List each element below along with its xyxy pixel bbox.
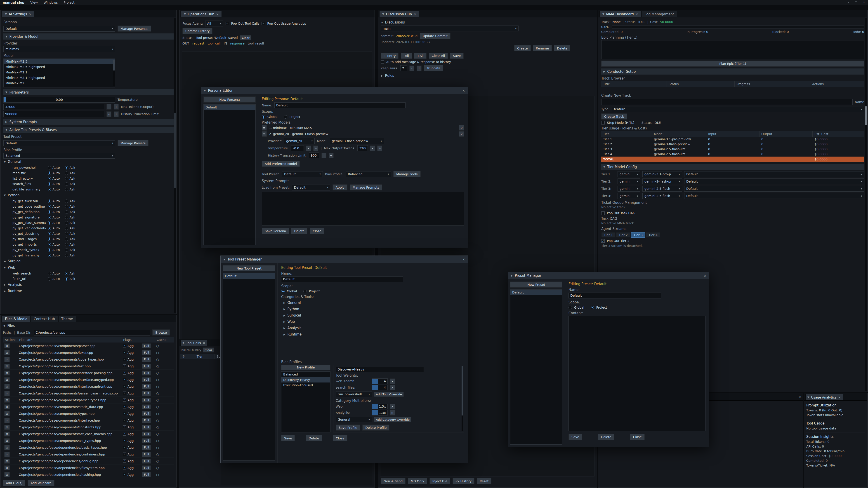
close-button[interactable]: Close xyxy=(333,435,347,441)
full-button[interactable]: Full xyxy=(142,370,151,376)
full-button[interactable]: Full xyxy=(142,344,151,348)
auto-radio[interactable] xyxy=(48,277,51,281)
close-tab-icon[interactable]: × xyxy=(636,12,638,16)
save-button[interactable]: Save xyxy=(568,434,582,440)
remove-file-button[interactable]: x xyxy=(4,425,10,430)
full-button[interactable]: Full xyxy=(142,425,151,430)
cache-indicator[interactable]: ○ xyxy=(155,398,174,402)
scrollbar[interactable] xyxy=(865,18,867,391)
update-commit-button[interactable]: Update Commit xyxy=(420,33,451,39)
close-dialog-icon[interactable]: × xyxy=(462,258,465,261)
system-prompts-header[interactable]: ▶ System Prompts xyxy=(3,119,174,125)
remove-file-button[interactable]: x xyxy=(4,431,10,436)
tier-provider-select[interactable]: gemini ▾ xyxy=(618,171,640,177)
persona-list-item[interactable]: Default xyxy=(204,105,255,110)
category-node[interactable]: ▶ Surgical xyxy=(281,312,464,319)
history-truncation-input[interactable] xyxy=(309,153,319,158)
decrement-button[interactable]: - xyxy=(321,153,327,158)
increment-button[interactable]: + xyxy=(416,66,422,71)
auto-radio[interactable] xyxy=(48,171,51,175)
ask-radio[interactable] xyxy=(65,216,68,219)
manage-personas-button[interactable]: Manage Personas xyxy=(118,26,151,32)
remove-file-button[interactable]: x xyxy=(4,411,10,416)
entry-button[interactable]: +All xyxy=(414,53,427,59)
stream-tab[interactable]: Tier 4 xyxy=(646,232,660,238)
tab-mma-dashboard[interactable]: ▼ MMA Dashboard × xyxy=(599,11,641,17)
cache-indicator[interactable]: ○ xyxy=(155,466,174,470)
decrement-button[interactable]: - xyxy=(370,145,375,151)
focus-agent-select[interactable]: All ▾ xyxy=(205,21,223,26)
category-node[interactable]: ▶ General xyxy=(281,300,464,306)
close-panel-icon[interactable]: × xyxy=(799,395,801,399)
increment-button[interactable]: + xyxy=(329,153,334,158)
pop-out-tool-calls-checkbox[interactable] xyxy=(225,22,229,25)
agg-checkbox[interactable] xyxy=(123,432,126,435)
full-button[interactable]: Full xyxy=(142,445,151,450)
provider-model-header[interactable]: ▼ Provider & Model xyxy=(3,33,174,39)
category-node[interactable]: ▶ Python xyxy=(281,306,464,312)
remove-multiplier-button[interactable]: × xyxy=(390,404,395,409)
parameters-header[interactable]: ▼ Parameters xyxy=(3,89,174,95)
agg-checkbox[interactable] xyxy=(123,405,126,409)
menu-item[interactable]: View xyxy=(30,1,38,4)
ask-radio[interactable] xyxy=(65,188,68,191)
category-runtime[interactable]: ▶ Runtime xyxy=(3,288,174,294)
remove-file-button[interactable]: x xyxy=(4,370,10,376)
minimize-icon[interactable]: – xyxy=(848,1,849,4)
maximize-icon[interactable]: □ xyxy=(855,1,857,4)
ask-radio[interactable] xyxy=(65,237,68,241)
provider-select[interactable]: minimax ▾ xyxy=(3,46,115,52)
step-mode-checkbox[interactable] xyxy=(601,121,604,125)
category-web[interactable]: ▼ Web xyxy=(3,264,174,271)
close-icon[interactable]: × xyxy=(863,1,865,4)
increment-button[interactable]: + xyxy=(377,145,382,151)
tool-preset-select[interactable]: Default ▾ xyxy=(3,140,115,146)
full-button[interactable]: Full xyxy=(142,418,151,423)
ask-radio[interactable] xyxy=(65,210,68,214)
new-tool-preset-button[interactable]: New Tool Preset xyxy=(223,265,275,271)
tab-tool-calls[interactable]: ▼ Tool Calls × xyxy=(180,339,207,346)
cache-indicator[interactable]: ○ xyxy=(155,446,174,449)
scrollbar-thumb[interactable] xyxy=(462,366,463,416)
tier-prompt-select[interactable]: Default ▾ xyxy=(684,171,864,177)
max-tokens-input[interactable] xyxy=(3,104,104,110)
add-category-override-button[interactable]: Add Category Override xyxy=(374,417,411,422)
agg-checkbox[interactable] xyxy=(123,473,126,476)
cache-indicator[interactable]: ○ xyxy=(155,385,174,388)
panel-tab[interactable]: Files & Media xyxy=(2,316,30,322)
scope-global-radio[interactable] xyxy=(262,115,265,119)
remove-weight-button[interactable]: × xyxy=(390,385,395,390)
cache-indicator[interactable]: ○ xyxy=(155,358,174,361)
comms-history-button[interactable]: Comms History xyxy=(182,28,213,34)
multiplier-drag-input[interactable]: 1.5x xyxy=(372,404,388,409)
cache-indicator[interactable]: ○ xyxy=(155,432,174,436)
panel-tab[interactable]: Theme xyxy=(58,316,76,322)
cache-indicator[interactable]: ○ xyxy=(155,473,174,477)
remove-file-button[interactable]: x xyxy=(4,384,10,389)
agg-checkbox[interactable] xyxy=(123,351,126,354)
full-button[interactable]: Full xyxy=(142,431,151,436)
tier-prompt-select[interactable]: Default ▾ xyxy=(684,193,864,199)
pref-model-select[interactable]: gemini-3-flash-preview ▾ xyxy=(330,138,384,144)
track-name-input[interactable] xyxy=(601,99,852,105)
model-option[interactable]: MiniMax-M2.1-highspeed xyxy=(4,75,115,80)
cache-indicator[interactable]: ○ xyxy=(155,364,174,368)
cache-indicator[interactable]: ○ xyxy=(155,344,174,348)
ask-radio[interactable] xyxy=(65,243,68,246)
active-tools-header[interactable]: ▼ Active Tool Presets & Biases xyxy=(3,127,174,133)
temperature-slider[interactable]: 0.00 xyxy=(3,97,115,103)
full-button[interactable]: Full xyxy=(142,472,151,477)
tool-preset-select[interactable]: Default ▾ xyxy=(282,171,323,177)
clear-status-button[interactable]: Clear xyxy=(240,35,251,40)
scrollbar[interactable] xyxy=(113,60,115,86)
full-button[interactable]: Full xyxy=(142,465,151,470)
discussions-section-header[interactable]: ▼ Discussions xyxy=(381,19,594,26)
stream-tab[interactable]: Tier 2 xyxy=(616,232,630,238)
roles-section-header[interactable]: ▶ Roles xyxy=(381,72,594,79)
tab-usage-analytics[interactable]: ▼ Usage Analytics × xyxy=(805,394,843,400)
bias-profile-item[interactable]: Execution-Focused xyxy=(281,383,330,388)
files-section-header[interactable]: ▼ Files xyxy=(3,323,174,329)
max-output-tokens-input[interactable] xyxy=(358,145,368,151)
stream-tab[interactable]: Tier 3 xyxy=(631,232,645,238)
pop-out-task-dag-checkbox[interactable] xyxy=(601,212,604,215)
